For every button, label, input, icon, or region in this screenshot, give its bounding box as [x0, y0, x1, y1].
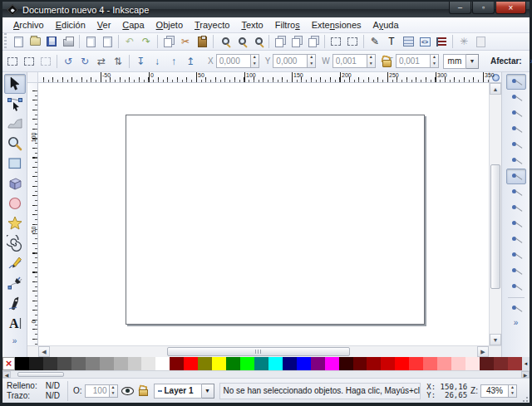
enable-snapping-button[interactable] — [506, 74, 526, 90]
palette-swatch[interactable] — [114, 357, 128, 370]
zoom-tool[interactable] — [4, 134, 26, 154]
lower-to-bottom-button[interactable]: ↧ — [132, 54, 149, 69]
rotate-ccw-button[interactable]: ↺ — [60, 54, 76, 69]
zoom-drawing-button[interactable] — [233, 34, 249, 49]
box3d-tool[interactable] — [4, 174, 26, 193]
unlink-clone-button[interactable] — [305, 34, 322, 49]
snap-rotation-centers-button[interactable] — [506, 279, 526, 295]
horizontal-scroll-thumb[interactable] — [167, 347, 350, 356]
pencil-tool[interactable] — [4, 253, 26, 273]
ungroup-button[interactable] — [344, 34, 361, 49]
cut-button[interactable]: ✂ — [177, 34, 194, 49]
zoom-input[interactable] — [480, 384, 509, 398]
palette-swatch[interactable] — [15, 357, 29, 370]
raise-button[interactable]: ↑ — [165, 54, 182, 69]
select-all-button[interactable] — [4, 54, 21, 69]
save-document-button[interactable] — [43, 34, 60, 49]
palette-swatch[interactable] — [184, 357, 198, 370]
snapbar-overflow-button[interactable]: » — [514, 318, 519, 327]
palette-swatch[interactable] — [226, 357, 240, 370]
palette-swatch[interactable] — [141, 357, 155, 370]
snap-bbox-edges-button[interactable] — [506, 105, 526, 121]
tweak-tool[interactable] — [4, 114, 26, 134]
palette-swatch[interactable] — [29, 357, 43, 370]
palette-swatch[interactable] — [212, 357, 226, 370]
palette-swatch[interactable] — [311, 357, 325, 370]
width-spinner[interactable]: ▲▼ — [367, 54, 376, 68]
palette-scroll-left-icon[interactable]: ◂ — [522, 357, 530, 370]
opacity-spinner[interactable]: ▲▼ — [110, 384, 118, 398]
zoom-selection-button[interactable] — [216, 34, 233, 49]
document-properties-button[interactable] — [472, 34, 489, 49]
palette-swatch[interactable] — [395, 357, 409, 370]
menu-filtros[interactable]: Filtros — [269, 18, 306, 32]
palette-swatch[interactable] — [381, 357, 395, 370]
palette-swatch[interactable] — [170, 357, 184, 370]
vertical-ruler[interactable]: 100500 — [27, 83, 38, 345]
palette-swatch[interactable] — [283, 357, 297, 370]
layer-dropdown[interactable]: Layer 1 ▼ — [154, 384, 214, 399]
xml-editor-button[interactable]: <> — [416, 34, 433, 49]
palette-swatch[interactable] — [100, 357, 114, 370]
palette-swatch[interactable] — [353, 357, 367, 370]
vertical-scroll-thumb[interactable] — [490, 164, 500, 289]
copy-button[interactable] — [160, 34, 177, 49]
star-tool[interactable] — [4, 213, 26, 233]
palette-swatch[interactable] — [508, 357, 522, 370]
zoom-page-button[interactable] — [249, 34, 266, 49]
palette-swatch[interactable] — [480, 357, 494, 370]
palette-swatch[interactable] — [423, 357, 437, 370]
palette-swatch[interactable] — [297, 357, 311, 370]
maximize-button[interactable]: ▫ — [472, 2, 495, 14]
paste-button[interactable] — [194, 34, 210, 49]
palette-scrollbar-left-icon[interactable]: ◀ — [2, 371, 11, 378]
palette-swatch[interactable] — [409, 357, 423, 370]
palette-swatch[interactable] — [240, 357, 254, 370]
open-document-button[interactable] — [27, 34, 43, 49]
palette-swatch[interactable] — [198, 357, 212, 370]
zoom-spinner[interactable]: ▲▼ — [509, 384, 517, 398]
rectangle-tool[interactable] — [4, 154, 26, 174]
menu-texto[interactable]: Texto — [235, 18, 268, 32]
snap-paths-button[interactable] — [506, 184, 526, 200]
select-all-layers-button[interactable] — [21, 54, 37, 69]
snap-bbox-edge-midpoints-button[interactable] — [506, 137, 526, 153]
palette-swatch[interactable] — [466, 357, 480, 370]
menu-extensiones[interactable]: Extensiones — [306, 18, 367, 32]
palette-swatch[interactable] — [367, 357, 381, 370]
ellipse-tool[interactable] — [4, 193, 26, 213]
palette-swatch[interactable] — [71, 357, 86, 370]
menu-trayecto[interactable]: Trayecto — [189, 18, 235, 32]
menu-edición[interactable]: Edición — [50, 18, 91, 32]
menu-objeto[interactable]: Objeto — [150, 18, 189, 32]
palette-swatch[interactable] — [86, 357, 100, 370]
document-page[interactable] — [126, 115, 425, 325]
snap-object-centers-button[interactable] — [506, 263, 526, 279]
palette-swatch[interactable] — [254, 357, 268, 370]
raise-to-top-button[interactable]: ↥ — [182, 54, 199, 69]
palette-swatch[interactable] — [57, 357, 71, 370]
palette-scroll-thumb[interactable] — [17, 372, 64, 377]
align-dialog-button[interactable] — [433, 34, 450, 49]
scroll-down-icon[interactable]: ▼ — [490, 334, 501, 345]
deselect-button[interactable] — [37, 54, 54, 69]
preferences-button[interactable]: ✳ — [456, 34, 472, 49]
snap-page-border-button[interactable] — [506, 301, 526, 316]
height-spinner[interactable]: ▲▼ — [431, 54, 439, 68]
scroll-right-icon[interactable]: ▶ — [477, 346, 489, 357]
horizontal-ruler[interactable]: -50050100150200250300350 — [38, 72, 489, 83]
y-spinner[interactable]: ▲▼ — [308, 54, 316, 68]
width-input[interactable] — [332, 54, 367, 68]
palette-swatch[interactable] — [43, 357, 57, 370]
close-button[interactable]: × — [495, 2, 526, 14]
snap-smooth-nodes-button[interactable] — [506, 232, 526, 247]
palette-swatch[interactable] — [339, 357, 353, 370]
scroll-up-icon[interactable]: ▲ — [490, 83, 501, 95]
layer-lock-icon[interactable] — [138, 385, 147, 396]
menu-archivo[interactable]: Archivo — [7, 18, 50, 32]
palette-swatch[interactable] — [268, 357, 283, 370]
flip-horizontal-button[interactable]: ⇄ — [93, 54, 110, 69]
snap-bbox-corners-button[interactable] — [506, 121, 526, 137]
palette-swatch[interactable] — [437, 357, 451, 370]
toolbar-grip[interactable] — [2, 33, 8, 50]
